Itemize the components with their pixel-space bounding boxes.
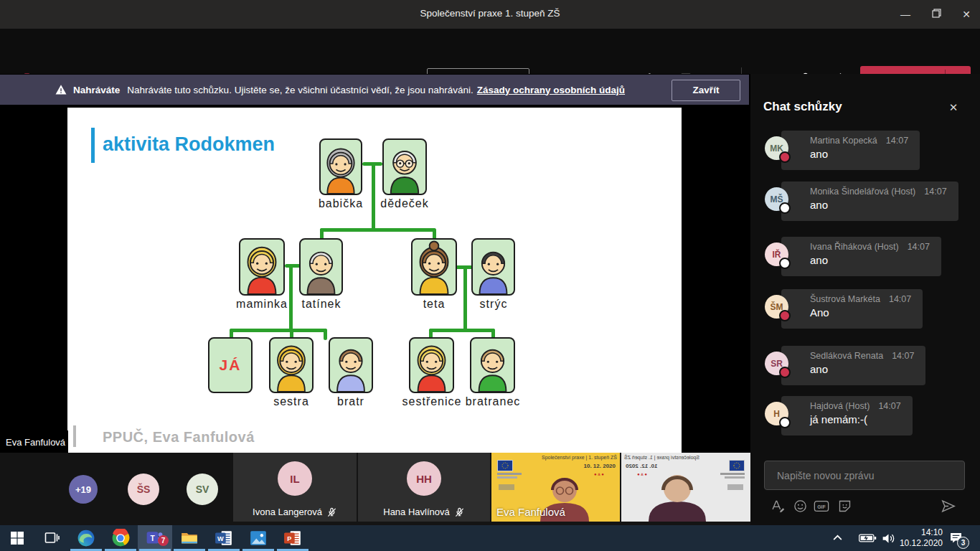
chat-message-input[interactable]: [764, 461, 965, 490]
tray-clock[interactable]: 14:10 10.12.2020: [900, 527, 943, 549]
tree-connector-line: [372, 162, 375, 231]
privacy-policy-link[interactable]: Zásady ochrany osobních údajů: [477, 85, 625, 95]
chat-author: Martina Kopecká: [810, 136, 877, 146]
svg-text:GIF: GIF: [817, 504, 825, 509]
banner-close-button[interactable]: Zavřít: [672, 80, 740, 101]
chat-timestamp: 14:07: [889, 294, 911, 304]
task-view-button[interactable]: [34, 525, 69, 551]
family-label-bratranec: bratranec: [466, 395, 521, 408]
chat-message: Monika Šindelářová (Host)14:07ano: [781, 182, 958, 221]
minimize-button[interactable]: —: [898, 7, 913, 22]
presence-offline-dot: [779, 202, 791, 214]
tree-connector-line: [230, 329, 327, 332]
powerpoint-icon: P: [283, 529, 302, 547]
video-tile[interactable]: Společenství praxe | 1. stupeň ZŠ 10. 12…: [491, 453, 620, 522]
volume-icon[interactable]: [881, 531, 896, 549]
chat-timestamp: 14:07: [924, 187, 946, 197]
chat-message: Ivana Řiháková (Host)14:07ano: [781, 237, 941, 276]
file-explorer-icon: [180, 529, 199, 547]
chat-author: Hajdová (Host): [810, 401, 870, 411]
chat-timestamp: 14:07: [886, 136, 908, 146]
windows-taskbar: T 7 W: [0, 525, 980, 551]
presence-offline-dot: [779, 258, 791, 269]
participant-tile[interactable]: HH Hana Havlínová: [358, 453, 490, 522]
windows-start-icon: [10, 531, 24, 545]
video-tile[interactable]: Společenství praxe | 1. stupeň ZŠ 10. 12…: [621, 453, 750, 522]
recording-banner: Nahráváte Nahráváte tuto schůzku. Ujistě…: [0, 75, 749, 105]
overflow-participants-avatar[interactable]: +19: [69, 475, 98, 504]
family-card-dedecek: [382, 138, 427, 195]
tray-chevron-up-icon[interactable]: [832, 532, 843, 545]
warning-icon: [55, 83, 67, 96]
restore-icon: [932, 9, 941, 18]
meeting-toolbar: 01:31:17 Požádat o řízení: [0, 29, 980, 74]
tree-connector-line: [324, 329, 327, 340]
taskbar-edge[interactable]: [69, 525, 103, 551]
taskbar-word[interactable]: W: [207, 525, 241, 551]
start-button[interactable]: [0, 525, 34, 551]
presence-offline-dot: [779, 417, 791, 428]
participant-avatar: ŠS: [128, 474, 159, 505]
sticker-icon: [837, 499, 852, 514]
taskbar-chrome[interactable]: [103, 525, 138, 551]
sticker-button[interactable]: [837, 498, 852, 514]
chat-author: Monika Šindelářová (Host): [810, 187, 915, 197]
format-button[interactable]: [770, 498, 786, 514]
svg-text:P: P: [287, 535, 291, 542]
photos-icon: [249, 529, 268, 547]
taskbar-powerpoint[interactable]: P: [275, 525, 310, 551]
restore-button[interactable]: [929, 7, 943, 22]
family-label-bratr: bratr: [337, 395, 364, 408]
taskbar-photos[interactable]: [241, 525, 275, 551]
send-icon: [941, 498, 956, 514]
window-title: Společenství praxe 1. stupeň ZŠ: [0, 8, 980, 19]
battery-icon[interactable]: [859, 533, 877, 546]
family-card-tatinek: [299, 238, 343, 296]
family-label-teta: teta: [423, 298, 446, 311]
taskbar-teams[interactable]: T 7: [138, 525, 172, 551]
chat-text: ano: [810, 148, 908, 160]
tree-connector-line: [429, 329, 495, 332]
action-center-button[interactable]: 3: [948, 530, 963, 548]
family-card-stryc: [471, 238, 515, 296]
family-label-ja: JÁ: [209, 339, 251, 392]
chat-text: ano: [810, 199, 947, 211]
avatar: HH: [407, 461, 441, 496]
participant-tile[interactable]: IL Ivona Langerová: [233, 453, 357, 522]
backdrop-text-line2: 10. 12. 2020: [626, 463, 657, 469]
close-button[interactable]: ✕: [959, 7, 974, 22]
presence-busy-dot: [779, 367, 791, 378]
send-button[interactable]: [941, 498, 956, 514]
action-center-badge: 3: [957, 537, 969, 549]
logo-mark: [727, 484, 743, 490]
chat-timestamp: 14:07: [908, 242, 930, 252]
family-label-tatinek: tatínek: [301, 298, 341, 311]
chat-timestamp: 14:07: [892, 351, 914, 361]
svg-text:W: W: [217, 535, 224, 542]
family-card-sestra: [269, 337, 314, 393]
backdrop-text-line2: 10. 12. 2020: [584, 463, 616, 469]
logo-text-bars: [497, 473, 522, 475]
tree-connector-line: [463, 267, 467, 331]
title-bar: Společenství praxe 1. stupeň ZŠ — ✕: [0, 0, 980, 29]
chat-message: Šustrová Markéta14:07Ano: [781, 289, 923, 329]
presence-busy-dot: [779, 310, 791, 321]
banner-title: Nahráváte: [73, 85, 120, 95]
taskbar-file-explorer[interactable]: [172, 525, 207, 551]
chat-author: Šustrová Markéta: [810, 294, 880, 304]
family-label-maminka: maminka: [236, 298, 288, 311]
word-icon: W: [215, 529, 233, 547]
chat-panel: Chat schůzky ✕ Martina Kopecká14:07anoMK…: [750, 74, 980, 525]
teams-meeting-window: Společenství praxe 1. stupeň ZŠ — ✕ 01:3…: [0, 0, 980, 551]
emoji-button[interactable]: [792, 498, 808, 514]
participants-filmstrip: +19ŠSSVIL Ivona LangerováHH Hana Havlíno…: [0, 453, 750, 525]
gif-button[interactable]: GIF: [814, 498, 829, 514]
chat-close-icon[interactable]: ✕: [946, 100, 961, 116]
participant-name: Eva Fanfulová: [496, 506, 565, 518]
chat-message: Martina Kopecká14:07ano: [781, 131, 920, 170]
mic-off-icon: [326, 507, 337, 517]
family-card-babicka: [319, 138, 362, 195]
chat-text: Ano: [810, 306, 911, 319]
gif-icon: GIF: [814, 499, 829, 514]
backdrop-text-line1: Společenství praxe | 1. stupeň ZŠ: [624, 455, 699, 460]
